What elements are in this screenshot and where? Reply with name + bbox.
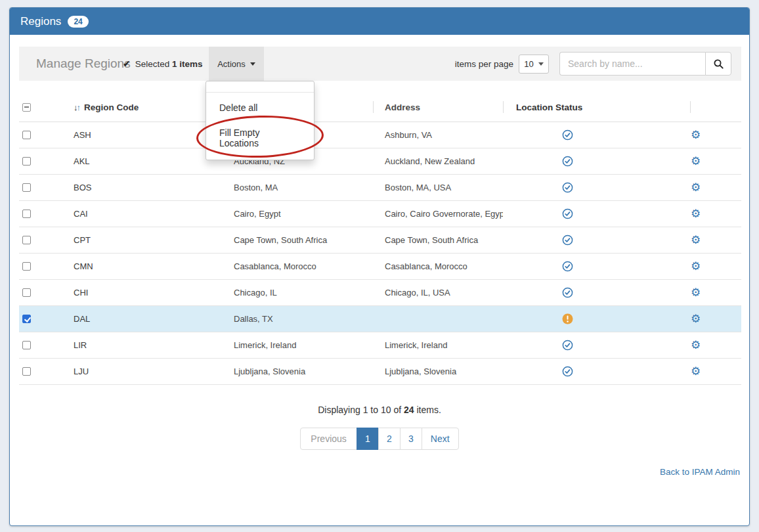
column-divider [373, 101, 374, 113]
row-select-cell [19, 280, 68, 305]
settings-cell: ⚙ [690, 332, 741, 358]
settings-gear-icon[interactable]: ⚙ [691, 366, 701, 377]
select-all-checkbox[interactable] [22, 103, 31, 112]
location-status-cell [503, 280, 690, 305]
table-body: ASHAshburn, VA⚙AKLAuckland, NZAuckland, … [19, 122, 741, 385]
settings-gear-icon[interactable]: ⚙ [691, 156, 701, 167]
name-cell: Cairo, Egypt [228, 201, 373, 227]
selected-label: Selected [135, 59, 170, 69]
header-cell-region-code[interactable]: ↓↑ Region Code [68, 93, 228, 122]
row-checkbox[interactable] [22, 210, 31, 218]
header-cell-location-status: Location Status [503, 93, 690, 122]
row-select-cell [19, 122, 68, 148]
row-checkbox[interactable] [22, 341, 31, 349]
actions-button[interactable]: Actions [209, 47, 264, 81]
location-status-cell [503, 254, 690, 279]
status-ok-icon [562, 129, 573, 141]
address-cell: Cairo, Cairo Governorate, Egypt [373, 201, 503, 227]
header-cell-select [19, 93, 68, 122]
name-cell: Dallas, TX [228, 306, 373, 332]
region-code-cell: BOS [68, 175, 228, 200]
column-label-address: Address [385, 102, 420, 112]
row-checkbox[interactable] [22, 288, 31, 297]
pagination-page-1[interactable]: 1 [357, 428, 379, 450]
name-cell: Ljubljana, Slovenia [228, 359, 373, 384]
location-status-cell [503, 201, 690, 227]
pagination-previous[interactable]: Previous [300, 428, 357, 450]
status-ok-icon [562, 234, 573, 246]
location-status-cell [503, 148, 690, 174]
table-row: AKLAuckland, NZAuckland, New Zealand⚙ [19, 148, 741, 175]
pagination-page-2[interactable]: 2 [378, 428, 401, 450]
manage-regions-heading: Manage Regions [36, 56, 131, 71]
region-code-cell: CMN [68, 254, 228, 279]
location-status-cell [503, 227, 690, 253]
row-select-cell [19, 254, 68, 279]
status-ok-icon [562, 287, 573, 298]
sort-icon: ↓↑ [74, 102, 79, 112]
row-checkbox[interactable] [22, 131, 31, 139]
pagination-page-3[interactable]: 3 [400, 428, 422, 450]
settings-gear-icon[interactable]: ⚙ [691, 287, 701, 298]
row-checkbox[interactable] [22, 183, 31, 192]
settings-gear-icon[interactable]: ⚙ [691, 129, 701, 141]
settings-gear-icon[interactable]: ⚙ [691, 313, 701, 324]
summary-prefix: Displaying 1 to 10 of [318, 405, 401, 415]
toolbar: Manage Regions ✔ Selected 1 items Action… [19, 47, 741, 81]
toolbar-right: items per page 10 [455, 47, 731, 81]
count-badge: 24 [68, 16, 88, 28]
summary-count: 24 [404, 405, 414, 415]
summary-suffix: items. [416, 405, 441, 415]
table-row: DALDallas, TX⚙ [19, 306, 741, 332]
region-code-cell: AKL [68, 148, 228, 174]
name-cell: Chicago, IL [228, 280, 373, 305]
actions-menu: Delete allFill Empty Locations [206, 81, 314, 160]
row-select-cell [19, 332, 68, 358]
items-per-page-label: items per page [455, 59, 513, 69]
caret-down-icon [250, 62, 255, 66]
displaying-summary: Displaying 1 to 10 of 24 items. [10, 405, 749, 415]
address-cell: Ashburn, VA [373, 122, 503, 148]
settings-gear-icon[interactable]: ⚙ [691, 234, 701, 246]
row-checkbox[interactable] [22, 236, 31, 244]
settings-gear-icon[interactable]: ⚙ [691, 182, 701, 193]
table-row: CPTCape Town, South AfricaCape Town, Sou… [19, 227, 741, 254]
search-button[interactable] [705, 52, 731, 76]
status-warning-icon [562, 313, 573, 324]
name-cell: Cape Town, South Africa [228, 227, 373, 253]
row-checkbox-checked[interactable] [22, 315, 31, 323]
status-ok-icon [562, 208, 573, 219]
settings-cell: ⚙ [690, 306, 741, 332]
header-cell-address: Address [373, 93, 503, 122]
settings-gear-icon[interactable]: ⚙ [691, 340, 701, 351]
search-icon [713, 58, 724, 70]
menu-item-fill-empty-locations[interactable]: Fill Empty Locations [206, 120, 314, 156]
panel-heading: Regions 24 [10, 8, 749, 35]
column-divider [503, 101, 504, 113]
selected-count: 1 items [172, 59, 203, 69]
location-status-cell [503, 122, 690, 148]
back-to-ipam-admin-link[interactable]: Back to IPAM Admin [660, 467, 740, 477]
row-select-cell [19, 227, 68, 253]
menu-item-delete-all[interactable]: Delete all [206, 95, 314, 120]
row-checkbox[interactable] [22, 262, 31, 271]
region-code-cell: CPT [68, 227, 228, 253]
region-code-cell: LJU [68, 359, 228, 384]
row-checkbox[interactable] [22, 157, 31, 166]
regions-panel: Regions 24 Manage Regions ✔ Selected 1 i… [9, 7, 750, 526]
address-cell: Boston, MA, USA [373, 175, 503, 200]
settings-gear-icon[interactable]: ⚙ [691, 208, 701, 219]
location-status-cell [503, 359, 690, 384]
settings-cell: ⚙ [690, 359, 741, 384]
settings-gear-icon[interactable]: ⚙ [691, 261, 701, 272]
name-cell: Casablanca, Morocco [228, 254, 373, 279]
search-input[interactable] [559, 52, 705, 76]
status-ok-icon [562, 340, 573, 351]
items-per-page-select[interactable]: 10 [519, 55, 549, 74]
row-checkbox[interactable] [22, 367, 31, 376]
settings-cell: ⚙ [690, 227, 741, 253]
settings-cell: ⚙ [690, 122, 741, 148]
table-row: BOSBoston, MABoston, MA, USA⚙ [19, 175, 741, 201]
settings-cell: ⚙ [690, 201, 741, 227]
pagination-next[interactable]: Next [422, 428, 459, 450]
